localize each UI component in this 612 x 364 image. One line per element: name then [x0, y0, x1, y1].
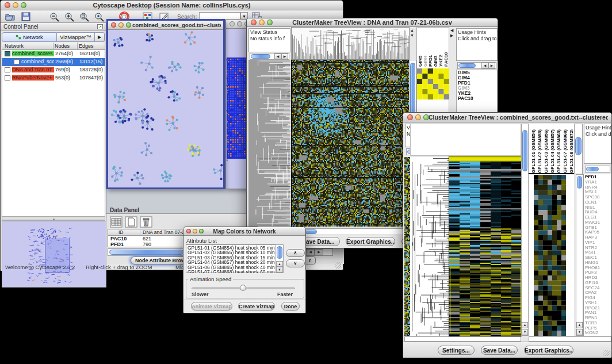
column-labels-vscrollbar[interactable] — [574, 124, 583, 174]
scroll-left-icon[interactable]: ◀ — [481, 63, 488, 68]
heatmap-vscrollbar[interactable]: ▲ ▼ — [521, 124, 529, 336]
column-label[interactable]: GPL51-03 (GSM856) — [544, 125, 549, 173]
scrollbar-thumb[interactable] — [277, 246, 282, 259]
scroll-up-icon[interactable]: ▲ — [522, 322, 528, 328]
network-list-row[interactable]: RNAPuberNov2+ 563(0) 107847(0) — [2, 74, 105, 82]
tab-network[interactable]: Network — [2, 32, 57, 42]
row-dendrogram-canvas[interactable] — [410, 157, 449, 336]
column-label[interactable]: GPL51-01 (GSM854) — [531, 125, 536, 173]
scroll-down-icon[interactable]: ▼ — [410, 33, 414, 37]
col-nodes[interactable]: Nodes — [55, 43, 70, 49]
open-session-icon[interactable] — [5, 12, 15, 21]
close-icon[interactable] — [407, 114, 413, 120]
network-list-row[interactable]: DNA and Tran 07 769(0) 183728(0) — [2, 66, 105, 74]
table-icon[interactable] — [110, 216, 123, 228]
usage-hints-hscrollbar[interactable]: ◀ ▶ — [457, 62, 496, 69]
gene-list-vscrollbar[interactable]: ▲ ▼ — [576, 174, 583, 336]
scroll-down-icon[interactable]: ▼ — [522, 329, 528, 335]
animation-speed-slider[interactable] — [192, 285, 295, 292]
heatmap-zoom-canvas[interactable] — [534, 175, 566, 336]
heatmap-main-canvas[interactable] — [449, 156, 522, 336]
scroll-right-icon[interactable]: ▶ — [450, 33, 453, 37]
bottom-hscrollbar-right[interactable] — [529, 336, 611, 342]
global-view-strip-canvas[interactable] — [404, 157, 410, 336]
scrollbar-thumb[interactable] — [575, 137, 582, 155]
column-label[interactable]: GPL51-02 (GSM855) — [537, 125, 542, 173]
minimize-icon[interactable] — [118, 22, 124, 28]
export-graphics-button[interactable]: Export Graphics... — [524, 346, 573, 355]
scroll-up-icon[interactable]: ▲ — [576, 322, 583, 328]
col-network[interactable]: Network — [5, 43, 24, 49]
scroll-up-icon[interactable]: ▲ — [410, 28, 414, 32]
scrollbar-thumb[interactable] — [522, 130, 527, 171]
tab-vizmapper[interactable]: VizMapper™ — [57, 32, 95, 42]
usage-hints-hscrollbar[interactable] — [585, 166, 610, 173]
close-icon[interactable] — [230, 21, 235, 26]
resize-grip[interactable] — [603, 350, 610, 356]
scroll-left-icon[interactable]: ◀ — [450, 28, 453, 32]
column-label[interactable]: GIM3 — [433, 28, 438, 67]
slider-thumb[interactable] — [240, 285, 246, 291]
close-icon[interactable] — [111, 22, 116, 28]
tab-hidden-fragment[interactable]: r — [304, 256, 316, 265]
create-vizmap-button[interactable]: Create Vizmap — [238, 302, 275, 311]
save-data-button[interactable]: Save Data... — [481, 346, 518, 355]
zoom-fit-icon[interactable] — [79, 12, 90, 22]
scroll-left-icon[interactable]: ◀ — [274, 53, 281, 59]
scrollbar-thumb[interactable] — [109, 250, 184, 255]
column-label[interactable]: GPL51-04 (GSM857) — [550, 125, 555, 173]
row-label[interactable]: PAC10 — [458, 96, 496, 101]
attribute-list-item[interactable]: GPL51-07 (GSM868) heat shock 60 min — [188, 270, 282, 273]
column-label[interactable]: PFD1 — [428, 28, 433, 67]
column-label[interactable]: PAC10 — [443, 28, 449, 67]
scroll-right-icon[interactable]: ▶ — [488, 63, 495, 68]
scroll-left-icon[interactable]: ◀ — [306, 249, 315, 255]
column-label[interactable]: GPL51-07 (GSM868) — [563, 125, 568, 173]
scroll-down-icon[interactable]: ▼ — [276, 267, 283, 273]
export-graphics-button[interactable]: Export Graphics... — [346, 237, 395, 246]
zoom-window-icon[interactable] — [126, 22, 131, 28]
treeview-dna-title-bar[interactable]: ClusterMaker TreeView : DNA and Tran 07-… — [247, 18, 498, 27]
minimize-icon[interactable] — [237, 21, 242, 26]
col-id[interactable]: ID — [118, 229, 124, 235]
scroll-right-icon[interactable]: ▶ — [281, 53, 288, 59]
row-dendrogram-canvas[interactable] — [248, 60, 290, 227]
tab-overflow-button[interactable]: ▶ — [95, 32, 105, 42]
column-label[interactable]: GIM5 — [418, 28, 423, 67]
zoom-in-icon[interactable] — [64, 12, 75, 22]
treeview-combined-title-bar[interactable]: ClusterMaker TreeView : combined_scores_… — [403, 113, 611, 122]
scroll-up-icon[interactable]: ▲ — [276, 261, 283, 267]
zoom-selected-icon[interactable] — [94, 12, 105, 22]
main-title-bar[interactable]: Cytoscape Desktop (Session Name: collins… — [1, 1, 343, 10]
network-overview-canvas[interactable] — [2, 221, 106, 288]
delete-attribute-icon[interactable] — [140, 216, 152, 228]
heatmap-global-canvas[interactable] — [291, 60, 409, 227]
bottom-hscrollbar-left[interactable] — [404, 336, 521, 342]
dialog-title-bar[interactable]: Map Colors to Network — [183, 227, 305, 236]
network-list-row[interactable]: combined_sco 2569(6) 13112(15) — [2, 58, 105, 66]
col-edges[interactable]: Edges — [79, 43, 94, 49]
move-up-button[interactable]: ∧ — [286, 249, 305, 257]
column-label[interactable]: GIM4 — [423, 28, 428, 67]
column-label[interactable]: YKE2 — [438, 28, 443, 67]
float-panel-icon[interactable]: ↗ — [97, 24, 103, 29]
heatmap-zoom-canvas[interactable] — [417, 68, 449, 99]
scrollbar-thumb[interactable] — [251, 54, 270, 59]
column-label[interactable]: GPL51-06 (GSM865) — [556, 125, 561, 173]
attribute-list[interactable]: GPL51-01 (GSM854) heat shock 05 minGPL51… — [186, 244, 284, 273]
new-attribute-icon[interactable] — [125, 216, 137, 228]
scrollbar-thumb[interactable] — [577, 176, 582, 189]
network-window-1-title-bar[interactable]: combined_scores_good.txt--cluste... — [108, 21, 223, 30]
resize-grip[interactable] — [335, 262, 341, 269]
scroll-right-icon[interactable]: ▶ — [315, 249, 323, 255]
done-button[interactable]: Done — [281, 302, 300, 311]
scrollbar-thumb[interactable] — [458, 63, 476, 68]
column-label[interactable]: GPL51-08 (GSM872) — [569, 125, 573, 173]
settings-button[interactable]: Settings... — [438, 346, 475, 355]
panel-splitter[interactable] — [2, 217, 105, 221]
gene-label[interactable]: MON2 — [585, 331, 611, 336]
column-dendrogram-canvas[interactable] — [291, 27, 410, 60]
save-session-icon[interactable] — [21, 12, 30, 21]
attribute-list-vscrollbar[interactable]: ▲ ▼ — [276, 244, 284, 273]
network-list-row[interactable]: combined_scores 2764(0) 16218(0) — [2, 50, 105, 58]
